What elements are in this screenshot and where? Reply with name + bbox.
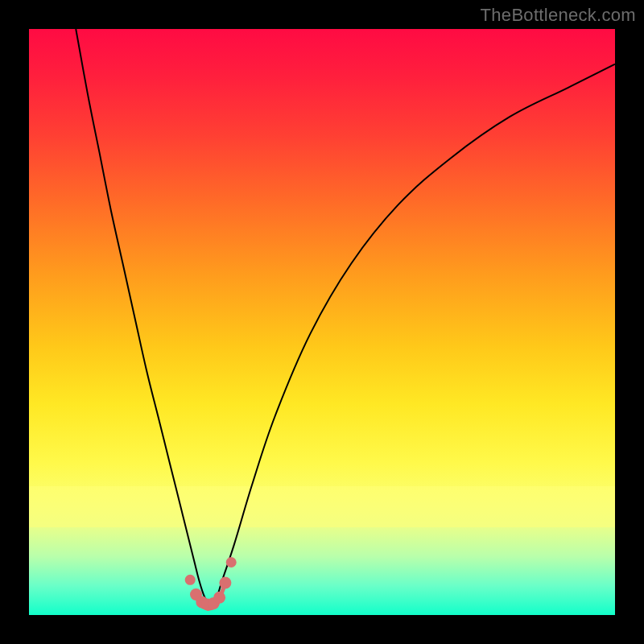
chart-svg: [29, 29, 615, 615]
chart-frame: TheBottleneck.com: [0, 0, 644, 644]
watermark-text: TheBottleneck.com: [481, 5, 636, 26]
data-point: [219, 577, 231, 589]
bottleneck-curve: [76, 29, 615, 603]
data-point: [185, 575, 196, 585]
data-point: [226, 557, 237, 568]
data-point: [213, 592, 225, 604]
plot-area: [29, 29, 615, 615]
data-points: [185, 557, 237, 611]
